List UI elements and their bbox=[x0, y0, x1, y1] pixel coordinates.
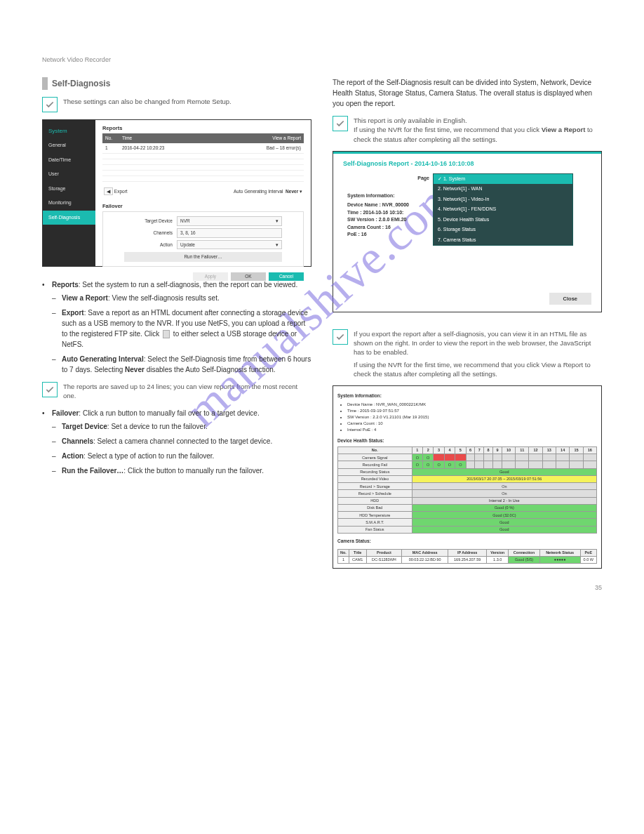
sidebar-item-datetime[interactable]: Date/Time bbox=[43, 153, 95, 168]
check-icon bbox=[42, 97, 58, 112]
page-dropdown-label: Page bbox=[417, 175, 429, 183]
channels-select[interactable]: 3, 8, 16 bbox=[177, 228, 282, 238]
target-device-select[interactable]: NVR▾ bbox=[177, 216, 282, 226]
file-icon bbox=[163, 330, 170, 338]
reports-table-header: No. Time View a Report bbox=[102, 133, 304, 143]
note-text: If you export the report after a self-di… bbox=[354, 329, 602, 378]
sidebar-item-self-diagnosis[interactable]: Self-Diagnosis bbox=[43, 211, 95, 225]
page-dropdown[interactable]: 1. System 2. Network[1] - WAN 3. Network… bbox=[433, 173, 573, 246]
note-text: This report is only available in English… bbox=[354, 116, 602, 144]
section-heading: Self-Diagnosis bbox=[42, 77, 311, 90]
action-label: Action bbox=[124, 241, 177, 249]
failover-label: Failover bbox=[102, 202, 304, 210]
failover-bullet-list: Failover: Click a run button to manually… bbox=[42, 408, 311, 476]
check-icon bbox=[333, 329, 348, 345]
sidebar-item-storage[interactable]: Storage bbox=[43, 182, 95, 197]
reports-bullet-list: Reports: Set the system to run a self-di… bbox=[42, 279, 311, 375]
screenshot-html-report: System Information: Device Name : NVR_WA… bbox=[333, 385, 602, 569]
close-button[interactable]: Close bbox=[549, 293, 591, 305]
note-text: The reports are saved up to 24 lines; yo… bbox=[63, 382, 311, 401]
camera-status-table: No.TitleProductMAC AddressIP AddressVers… bbox=[337, 549, 597, 564]
auto-gen-value[interactable]: Never bbox=[286, 189, 298, 194]
sidebar-item-user[interactable]: User bbox=[43, 167, 95, 182]
action-select[interactable]: Update▾ bbox=[177, 240, 282, 250]
header-left: Network Video Recorder bbox=[42, 56, 111, 63]
check-icon bbox=[42, 382, 58, 397]
device-health-table: No.12345678910111213141516 Camera Signal… bbox=[337, 446, 597, 534]
table-row[interactable]: 1 2016-04-22 10:20:23 Bad – 18 error(s) bbox=[102, 143, 304, 154]
auto-gen-label: Auto Generating Interval bbox=[234, 189, 283, 194]
channels-label: Channels bbox=[124, 230, 177, 237]
export-button[interactable]: Export bbox=[114, 189, 128, 194]
report-title: Self-Diagnosis Report - 2014-10-16 10:10… bbox=[343, 159, 591, 169]
reports-label: Reports bbox=[102, 124, 304, 132]
run-failover-button[interactable]: Run the Failover… bbox=[124, 252, 282, 262]
note-text: These settings can also be changed from … bbox=[63, 97, 232, 106]
pager-prev[interactable]: ◀ bbox=[104, 187, 113, 195]
sidebar-item-general[interactable]: General bbox=[43, 138, 95, 153]
right-intro: The report of the Self-Diagnosis result … bbox=[333, 77, 602, 109]
target-device-label: Target Device bbox=[124, 218, 177, 225]
sidebar-header: System bbox=[43, 124, 95, 138]
page-number: 35 bbox=[595, 584, 602, 591]
screenshot-report-dropdown: Self-Diagnosis Report - 2014-10-16 10:10… bbox=[333, 151, 602, 312]
check-icon bbox=[333, 116, 348, 131]
sidebar-item-monitoring[interactable]: Monitoring bbox=[43, 196, 95, 211]
system-information: System Information: Device Name : NVR_00… bbox=[347, 192, 409, 239]
screenshot-settings: System General Date/Time User Storage Mo… bbox=[42, 119, 311, 267]
